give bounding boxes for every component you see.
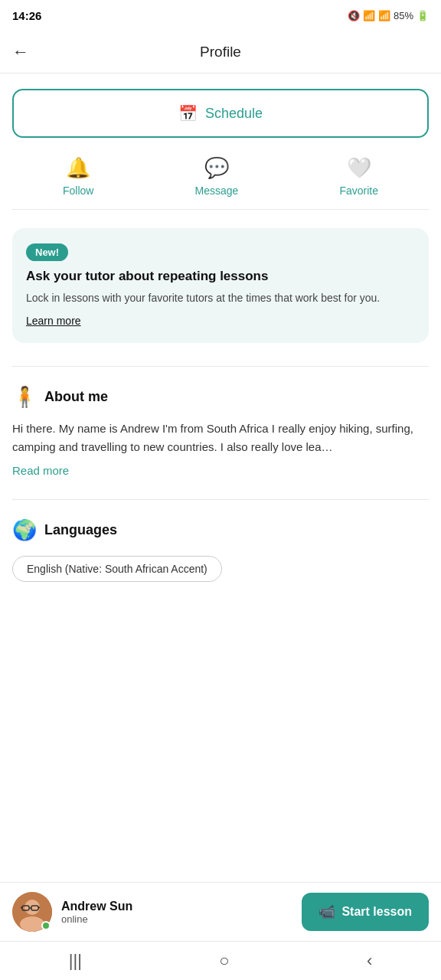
divider-about	[12, 366, 429, 367]
bottom-bar: Andrew Sun online 📹 Start lesson	[0, 882, 441, 941]
action-row: 🔔 Follow 💬 Message 🤍 Favorite	[12, 156, 429, 210]
user-name: Andrew Sun	[61, 900, 132, 913]
languages-title: Languages	[44, 522, 117, 538]
favorite-action[interactable]: 🤍 Favorite	[339, 156, 378, 197]
read-more-link[interactable]: Read more	[12, 464, 69, 477]
signal-icon: 📶	[378, 10, 390, 21]
page-title: Profile	[200, 44, 241, 60]
video-icon: 📹	[318, 903, 335, 920]
back-button[interactable]: ←	[12, 42, 29, 62]
schedule-button[interactable]: 📅 Schedule	[12, 89, 429, 138]
status-icons: 🔇 📶 📶 85% 🔋	[348, 10, 429, 21]
online-indicator	[41, 921, 51, 930]
message-label: Message	[195, 185, 239, 197]
banner-description: Lock in lessons with your favorite tutor…	[26, 290, 415, 306]
svg-point-1	[24, 900, 40, 915]
recent-apps-button[interactable]: |||	[69, 951, 82, 971]
message-action[interactable]: 💬 Message	[195, 156, 239, 197]
home-button[interactable]: ○	[219, 951, 229, 971]
status-time: 14:26	[12, 9, 41, 22]
bell-icon: 🔔	[66, 156, 90, 180]
user-info: Andrew Sun online	[12, 892, 132, 932]
about-me-section: 🧍 About me Hi there. My name is Andrew I…	[12, 385, 429, 478]
mute-icon: 🔇	[348, 10, 360, 21]
follow-label: Follow	[63, 185, 93, 197]
about-me-body: Hi there. My name is Andrew I'm from Sou…	[12, 420, 429, 456]
banner-title: Ask your tutor about repeating lessons	[26, 269, 415, 284]
back-nav-button[interactable]: ‹	[367, 951, 372, 971]
heart-icon: 🤍	[347, 156, 371, 180]
calendar-icon: 📅	[178, 104, 198, 122]
main-content: 📅 Schedule 🔔 Follow 💬 Message 🤍 Favorite…	[0, 74, 441, 882]
start-lesson-label: Start lesson	[341, 905, 412, 919]
battery-icon: 🔋	[416, 10, 429, 21]
follow-action[interactable]: 🔔 Follow	[63, 156, 93, 197]
status-bar: 14:26 🔇 📶 📶 85% 🔋	[0, 0, 441, 31]
languages-section: 🌍 Languages English (Native: South Afric…	[12, 518, 429, 582]
battery-text: 85%	[394, 10, 413, 21]
schedule-label: Schedule	[205, 106, 263, 122]
banner-card: New! Ask your tutor about repeating less…	[12, 228, 429, 343]
avatar-wrap	[12, 892, 52, 932]
user-text: Andrew Sun online	[61, 900, 132, 925]
divider-languages	[12, 499, 429, 500]
chat-icon: 💬	[204, 156, 229, 180]
globe-icon: 🌍	[12, 518, 37, 542]
user-status: online	[61, 913, 132, 925]
learn-more-link[interactable]: Learn more	[26, 315, 81, 327]
system-nav-bar: ||| ○ ‹	[0, 941, 441, 980]
new-badge: New!	[26, 243, 68, 261]
person-icon: 🧍	[12, 385, 37, 409]
svg-line-7	[38, 907, 40, 908]
language-tag: English (Native: South African Accent)	[12, 556, 222, 582]
top-nav: ← Profile	[0, 31, 441, 74]
favorite-label: Favorite	[339, 185, 378, 197]
languages-header: 🌍 Languages	[12, 518, 429, 542]
start-lesson-button[interactable]: 📹 Start lesson	[302, 893, 429, 931]
about-me-title: About me	[44, 389, 108, 405]
svg-line-6	[21, 907, 22, 908]
about-me-header: 🧍 About me	[12, 385, 429, 409]
wifi-icon: 📶	[363, 10, 375, 21]
